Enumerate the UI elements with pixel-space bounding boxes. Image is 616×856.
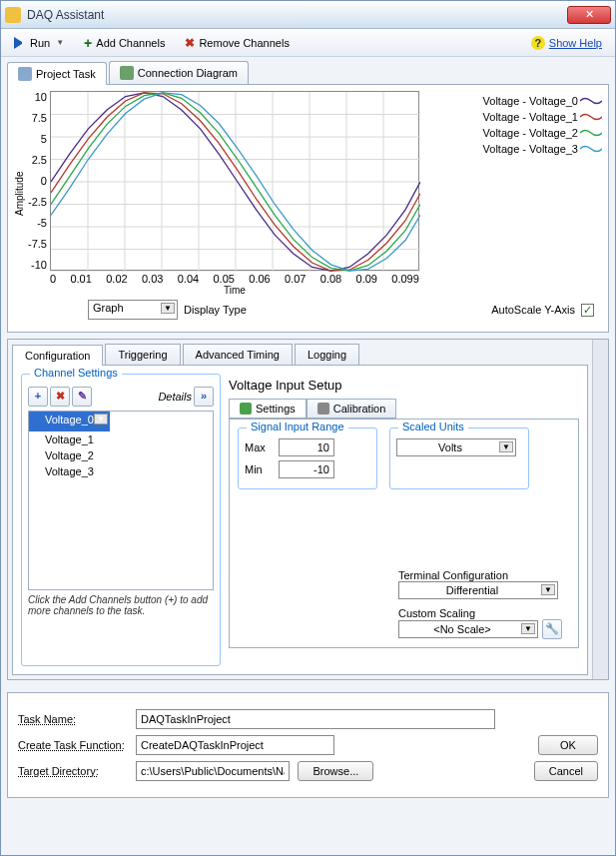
x-axis-label: Time <box>50 285 419 296</box>
channel-list[interactable]: Voltage_0 Voltage_1 Voltage_2 Voltage_3 <box>28 411 214 590</box>
channel-item[interactable]: Voltage_3 <box>29 463 213 479</box>
channel-tool-button[interactable]: ✎ <box>72 387 92 407</box>
max-label: Max <box>245 441 273 453</box>
create-func-input[interactable] <box>136 735 334 755</box>
settings-icon <box>240 403 252 415</box>
legend-item: Voltage - Voltage_2 <box>483 127 602 139</box>
units-title: Scaled Units <box>398 421 468 432</box>
signal-range-group: Signal Input Range Max Min <box>238 428 377 489</box>
tab-calibration[interactable]: Calibration <box>307 399 397 419</box>
browse-button[interactable]: Browse... <box>298 761 373 781</box>
add-channels-label: Add Channels <box>96 37 165 49</box>
remove-channels-label: Remove Channels <box>199 37 290 49</box>
run-icon <box>14 37 26 49</box>
run-dropdown-icon[interactable]: ▼ <box>56 38 64 47</box>
display-type-select[interactable]: Graph <box>88 300 178 320</box>
target-dir-label: Target Directory: <box>18 765 128 777</box>
channel-hint: Click the Add Channels button (+) to add… <box>28 594 214 616</box>
calibration-icon <box>317 403 329 415</box>
autoscale-checkbox[interactable]: ✓ <box>581 304 594 317</box>
scaling-select[interactable]: <No Scale> <box>398 620 538 638</box>
task-form: Task Name: Create Task Function: OK Targ… <box>7 692 609 798</box>
legend-item: Voltage - Voltage_3 <box>483 143 602 155</box>
tab-project-task[interactable]: Project Task <box>7 62 107 85</box>
scrollbar[interactable] <box>592 340 608 679</box>
project-task-icon <box>18 67 32 81</box>
range-title: Signal Input Range <box>247 421 348 432</box>
x-icon: ✖ <box>185 36 195 50</box>
min-input[interactable] <box>279 460 334 478</box>
config-panel: Configuration Triggering Advanced Timing… <box>7 339 609 680</box>
channel-item[interactable]: Voltage_0 <box>29 412 110 431</box>
legend-item: Voltage - Voltage_1 <box>483 111 602 123</box>
details-expand-button[interactable]: » <box>194 387 214 407</box>
channel-item[interactable]: Voltage_2 <box>29 447 213 463</box>
terminal-select[interactable]: Differential <box>398 581 558 599</box>
toolbar: Run ▼ + Add Channels ✖ Remove Channels ?… <box>1 29 615 57</box>
legend-item: Voltage - Voltage_0 <box>483 95 602 107</box>
delete-channel-button[interactable]: ✖ <box>50 387 70 407</box>
tab-triggering[interactable]: Triggering <box>105 344 180 365</box>
top-tab-strip: Project Task Connection Diagram <box>1 57 615 84</box>
tab-connection-diagram[interactable]: Connection Diagram <box>109 61 249 84</box>
show-help-label: Show Help <box>549 37 602 49</box>
connection-diagram-icon <box>120 66 134 80</box>
tab-project-label: Project Task <box>36 68 96 80</box>
config-tab-strip: Configuration Triggering Advanced Timing… <box>12 344 588 366</box>
channel-settings-title: Channel Settings <box>30 367 122 379</box>
details-label: Details <box>158 391 192 403</box>
add-channels-button[interactable]: + Add Channels <box>77 32 172 54</box>
scaled-units-group: Scaled Units Volts <box>389 428 529 489</box>
titlebar: DAQ Assistant ✕ <box>1 1 615 29</box>
tab-settings[interactable]: Settings <box>229 399 307 419</box>
plot-area <box>50 91 419 271</box>
help-icon: ? <box>531 36 545 50</box>
tab-logging[interactable]: Logging <box>295 344 359 365</box>
window-title: DAQ Assistant <box>27 8 567 22</box>
ok-button[interactable]: OK <box>538 735 598 755</box>
tab-advanced-timing[interactable]: Advanced Timing <box>183 344 293 365</box>
voltage-setup: Voltage Input Setup Settings Calibration <box>229 374 579 666</box>
autoscale-label: AutoScale Y-Axis <box>491 304 575 316</box>
add-channel-button[interactable]: + <box>28 387 48 407</box>
target-dir-input[interactable] <box>136 761 290 781</box>
app-icon <box>5 7 21 23</box>
run-label: Run <box>30 37 50 49</box>
display-controls: Graph Display Type AutoScale Y-Axis ✓ <box>14 296 602 328</box>
tab-configuration[interactable]: Configuration <box>12 345 103 366</box>
create-func-label: Create Task Function: <box>18 739 128 751</box>
app-window: DAQ Assistant ✕ Run ▼ + Add Channels ✖ R… <box>0 0 616 856</box>
task-name-label: Task Name: <box>18 713 128 725</box>
show-help-button[interactable]: ? Show Help <box>524 33 609 53</box>
cancel-button[interactable]: Cancel <box>534 761 598 781</box>
run-button[interactable]: Run ▼ <box>7 34 71 52</box>
plus-icon: + <box>84 35 92 51</box>
channel-item[interactable]: Voltage_1 <box>29 431 213 447</box>
display-type-label: Display Type <box>184 304 247 316</box>
task-name-input[interactable] <box>136 709 495 729</box>
channel-settings-group: Channel Settings + ✖ ✎ Details » Voltage… <box>21 374 221 666</box>
x-ticks: 00.01 0.020.03 0.040.05 0.060.07 0.080.0… <box>50 273 419 285</box>
close-button[interactable]: ✕ <box>567 6 611 24</box>
tab-conn-label: Connection Diagram <box>138 67 238 79</box>
scaling-label: Custom Scaling <box>398 607 568 619</box>
chart-panel: Amplitude 107.5 52.5 0-2.5 -5-7.5 -10 00… <box>7 84 609 333</box>
chart-legend: Voltage - Voltage_0 Voltage - Voltage_1 … <box>483 91 602 296</box>
scaling-config-button[interactable]: 🔧 <box>542 619 562 639</box>
max-input[interactable] <box>279 438 334 456</box>
setup-title: Voltage Input Setup <box>229 378 579 393</box>
y-axis-label: Amplitude <box>14 91 28 296</box>
y-ticks: 107.5 52.5 0-2.5 -5-7.5 -10 <box>28 91 50 271</box>
remove-channels-button[interactable]: ✖ Remove Channels <box>178 33 297 53</box>
min-label: Min <box>245 463 273 475</box>
units-select[interactable]: Volts <box>396 438 516 456</box>
terminal-label: Terminal Configuration <box>398 569 568 581</box>
